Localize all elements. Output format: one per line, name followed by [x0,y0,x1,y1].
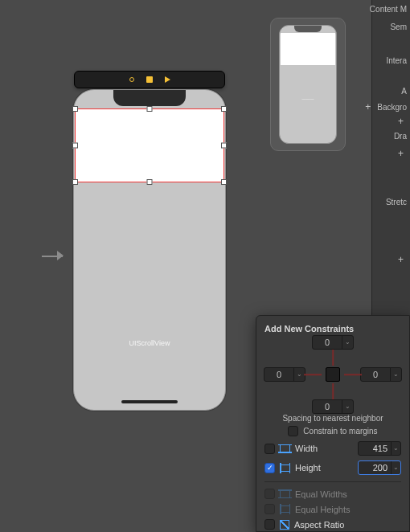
inspector-drawing-label: Dra [394,132,407,141]
inspector-interaction-label: Intera [386,56,407,65]
plus-icon[interactable]: + [398,148,404,159]
notch [113,90,186,106]
strut-top[interactable] [332,350,334,366]
spacing-bottom-field[interactable]: 0⌄ [312,399,354,414]
constraints-popover: Add New Constraints 0⌄ 0⌄ 0⌄ 0⌄ Spacing … [256,315,410,532]
scrollview-label: UIScrollView [74,339,225,347]
minimap-label: ——— [280,96,336,101]
spacing-grid: 0⌄ 0⌄ 0⌄ 0⌄ [269,340,397,409]
width-field[interactable]: 415⌄ [358,441,401,456]
equal-widths-icon [280,489,290,498]
chevron-down-icon[interactable]: ⌄ [342,400,353,413]
seg-play-icon[interactable] [162,74,173,85]
strut-left[interactable] [304,374,322,375]
resize-handle-rc[interactable] [221,143,227,149]
selected-view[interactable] [75,108,224,182]
aspect-ratio-checkbox[interactable] [264,519,275,530]
width-label: Width [295,444,318,453]
resize-handle-br[interactable] [221,179,227,185]
spacing-top-field[interactable]: 0⌄ [312,335,354,350]
inspector-panel: Content M Sem Intera A +Backgro + Dra + … [371,0,410,315]
equal-widths-label: Equal Widths [295,489,347,499]
plus-icon[interactable]: + [365,101,371,113]
segmented-control[interactable] [74,71,225,88]
height-field[interactable]: 200⌄ [358,460,401,475]
resize-handle-tc[interactable] [147,106,153,112]
chevron-down-icon[interactable]: ⌄ [293,368,305,381]
resize-handle-lc[interactable] [72,143,78,149]
inspector-stretching-label: Stretc [386,198,407,207]
chevron-down-icon[interactable]: ⌄ [391,442,400,455]
minimap[interactable]: ——— [270,18,346,151]
spacing-right-field[interactable]: 0⌄ [360,367,402,382]
aspect-ratio-label: Aspect Ratio [294,520,344,530]
strut-bottom[interactable] [332,383,334,399]
resize-handle-tr[interactable] [221,106,227,112]
minimap-device: ——— [279,25,337,144]
plus-icon[interactable]: + [398,116,404,127]
inspector-alpha-label: A [401,87,407,96]
equal-widths-checkbox [264,489,275,499]
inspector-content-mode-label: Content M [370,5,407,14]
equal-heights-icon [280,505,290,513]
spacing-center-icon [326,367,340,382]
strut-right[interactable] [344,374,362,375]
home-indicator [121,400,178,403]
chevron-down-icon[interactable]: ⌄ [390,368,401,381]
height-checkbox[interactable]: ✓ [264,463,275,473]
resize-handle-bl[interactable] [72,179,78,185]
width-icon [280,444,290,453]
plus-icon[interactable]: + [398,254,404,265]
equal-heights-label: Equal Heights [295,505,351,514]
popover-title: Add New Constraints [264,324,401,334]
inspector-background-label: Backgro [377,103,407,112]
spacing-left-field[interactable]: 0⌄ [264,367,305,382]
height-icon [280,464,290,472]
segue-arrow-icon [34,251,63,262]
width-checkbox[interactable] [264,444,275,454]
equal-heights-checkbox [264,504,275,514]
resize-handle-bc[interactable] [147,179,153,185]
seg-embed-icon[interactable] [144,74,155,85]
height-label: Height [295,463,321,473]
constrain-margins-label: Constrain to margins [303,427,377,436]
seg-outline-icon[interactable] [126,74,137,85]
inspector-semantic-label: Sem [390,23,407,31]
resize-handle-tl[interactable] [72,106,78,112]
chevron-down-icon[interactable]: ⌄ [391,461,400,474]
constrain-margins-checkbox[interactable] [288,426,298,436]
chevron-down-icon[interactable]: ⌄ [342,336,353,349]
canvas[interactable]: UIScrollView ——— Content M Sem Intera A … [0,0,410,532]
spacing-label: Spacing to nearest neighbor [264,414,401,423]
aspect-ratio-icon [280,520,289,530]
